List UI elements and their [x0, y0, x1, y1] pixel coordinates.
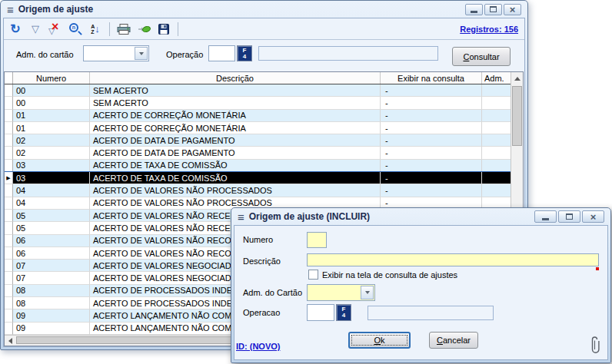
scroll-up-button[interactable]: [511, 72, 523, 84]
dialog-titlebar[interactable]: ≡ Origem de ajuste (INCLUIR) ×: [234, 208, 608, 225]
print-icon[interactable]: [116, 22, 131, 37]
cell-numero[interactable]: 02: [13, 147, 90, 159]
table-row[interactable]: 02ACERTO DE DATA DE PAGAMENTO-: [5, 134, 511, 147]
cell-exibir[interactable]: -: [381, 184, 482, 197]
cell-numero[interactable]: 05: [13, 210, 90, 222]
close-button[interactable]: ×: [504, 4, 521, 15]
cell-adm[interactable]: [482, 134, 511, 147]
filter-icon[interactable]: ▽: [28, 22, 43, 37]
main-window-title: Origem de ajuste: [18, 4, 93, 15]
registros-link[interactable]: Registros: 156: [460, 25, 518, 34]
cell-adm[interactable]: [482, 184, 511, 197]
export-icon[interactable]: [136, 22, 151, 37]
f4-lookup-button[interactable]: F 4: [336, 304, 351, 321]
table-row[interactable]: 00SEM ACERTO-: [5, 97, 511, 109]
cell-adm[interactable]: [482, 172, 511, 184]
cell-numero[interactable]: 07: [13, 272, 90, 284]
cell-numero[interactable]: 08: [13, 285, 90, 297]
adm-cartao-combo[interactable]: [307, 284, 375, 301]
cell-numero[interactable]: 06: [13, 235, 90, 247]
column-header-numero[interactable]: Numero: [13, 72, 90, 84]
combo-dropdown-button[interactable]: [361, 286, 374, 299]
dialog-minimize-button[interactable]: [534, 210, 557, 223]
cell-descricao[interactable]: ACERTO DE CORREÇÃO MONETÁRIA: [90, 122, 381, 134]
cell-adm[interactable]: [482, 97, 511, 109]
cell-adm[interactable]: [482, 110, 511, 122]
cell-descricao[interactable]: ACERTO DE DATA DE PAGAMENTO: [90, 147, 381, 159]
table-row[interactable]: 02ACERTO DE DATA DE PAGAMENTO-: [5, 147, 511, 159]
cell-descricao[interactable]: ACERTO DE TAXA DE COMISSÃO: [90, 172, 381, 184]
cell-exibir[interactable]: -: [381, 172, 482, 184]
cell-numero[interactable]: 01: [13, 122, 90, 134]
cell-adm[interactable]: [482, 160, 511, 172]
consultar-button[interactable]: Consultar: [452, 47, 511, 66]
cell-exibir[interactable]: -: [381, 97, 482, 109]
main-titlebar[interactable]: ≡ Origem de ajuste ×: [3, 1, 525, 18]
cell-descricao[interactable]: ACERTO DE VALORES NÃO PROCESSADOS: [90, 184, 381, 197]
table-row[interactable]: 03ACERTO DE TAXA DE COMISSÃO-: [5, 160, 511, 172]
table-row[interactable]: ▶03ACERTO DE TAXA DE COMISSÃO-: [5, 172, 511, 184]
operacao-input[interactable]: [208, 45, 235, 61]
sort-az-icon[interactable]: AZ↓: [88, 22, 103, 37]
table-row[interactable]: 01ACERTO DE CORREÇÃO MONETÁRIA-: [5, 122, 511, 134]
maximize-button[interactable]: [484, 4, 502, 15]
scroll-left-button[interactable]: [5, 336, 15, 346]
cell-exibir[interactable]: -: [381, 134, 482, 147]
cell-numero[interactable]: 08: [13, 297, 90, 309]
table-row[interactable]: 04ACERTO DE VALORES NÃO PROCESSADOS-: [5, 184, 511, 197]
column-header-descricao[interactable]: Descrição: [90, 72, 381, 84]
row-marker: [5, 297, 13, 309]
ok-button[interactable]: Ok: [348, 332, 411, 349]
descricao-field[interactable]: [307, 253, 599, 266]
table-row[interactable]: 00SEM ACERTO-: [5, 84, 511, 97]
cell-numero[interactable]: 02: [13, 134, 90, 147]
f4-lookup-button[interactable]: F 4: [237, 45, 252, 61]
cell-numero[interactable]: 00: [13, 97, 90, 109]
cell-exibir[interactable]: -: [381, 147, 482, 159]
cell-descricao[interactable]: ACERTO DE CORREÇÃO MONETÁRIA: [90, 110, 381, 122]
adm-cartao-label: Adm. do cartão: [16, 50, 74, 59]
cell-numero[interactable]: 06: [13, 247, 90, 260]
cell-exibir[interactable]: -: [381, 84, 482, 97]
adm-cartao-combo[interactable]: [83, 45, 149, 61]
cell-numero[interactable]: 09: [13, 323, 90, 335]
cell-exibir[interactable]: -: [381, 122, 482, 134]
row-marker: [5, 110, 13, 122]
cell-numero[interactable]: 07: [13, 260, 90, 272]
cell-exibir[interactable]: -: [381, 110, 482, 122]
dialog-close-button[interactable]: ×: [582, 210, 604, 223]
clear-filter-icon[interactable]: ▽×: [48, 22, 63, 37]
cell-numero[interactable]: 09: [13, 309, 90, 322]
cell-exibir[interactable]: -: [381, 160, 482, 172]
cell-descricao[interactable]: ACERTO DE TAXA DE COMISSÃO: [90, 160, 381, 172]
cell-numero[interactable]: 04: [13, 197, 90, 210]
minimize-button[interactable]: [465, 4, 483, 15]
find-icon[interactable]: n: [68, 22, 83, 37]
cell-numero[interactable]: 00: [13, 84, 90, 97]
combo-dropdown-button[interactable]: [135, 47, 148, 60]
column-header-exibir[interactable]: Exibir na consulta: [381, 72, 482, 84]
dialog-maximize-button[interactable]: [558, 210, 580, 223]
numero-field[interactable]: [307, 232, 327, 248]
refresh-icon[interactable]: ↻: [8, 22, 23, 37]
cell-adm[interactable]: [482, 84, 511, 97]
vertical-scroll-thumb[interactable]: [512, 86, 522, 146]
cell-numero[interactable]: 05: [13, 222, 90, 234]
cell-numero[interactable]: 03: [13, 160, 90, 172]
save-icon[interactable]: [156, 22, 171, 37]
operacao-input[interactable]: [307, 304, 334, 321]
cell-descricao[interactable]: SEM ACERTO: [90, 97, 381, 109]
cell-numero[interactable]: 01: [13, 110, 90, 122]
cell-numero[interactable]: 03: [13, 172, 90, 184]
column-header-adm[interactable]: Adm.: [482, 72, 511, 84]
id-novo-link[interactable]: ID: (NOVO): [236, 342, 280, 351]
cancelar-button[interactable]: Cancelar: [429, 332, 478, 349]
cell-descricao[interactable]: ACERTO DE DATA DE PAGAMENTO: [90, 134, 381, 147]
exibir-checkbox[interactable]: [308, 270, 318, 280]
paperclip-icon[interactable]: [590, 333, 600, 358]
cell-numero[interactable]: 04: [13, 184, 90, 197]
cell-descricao[interactable]: SEM ACERTO: [90, 84, 381, 97]
cell-adm[interactable]: [482, 122, 511, 134]
table-row[interactable]: 01ACERTO DE CORREÇÃO MONETÁRIA-: [5, 110, 511, 122]
cell-adm[interactable]: [482, 147, 511, 159]
